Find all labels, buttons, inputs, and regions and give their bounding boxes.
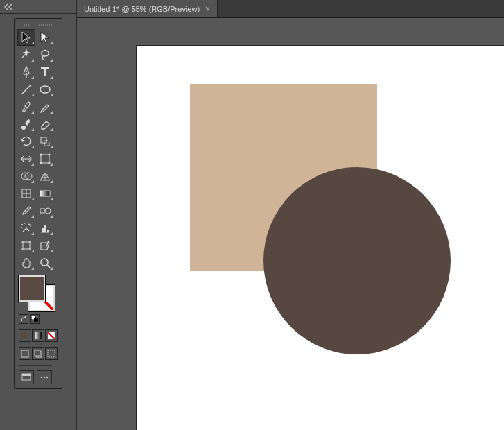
screen-mode-extras xyxy=(19,366,52,384)
svg-rect-3 xyxy=(41,137,46,143)
svg-rect-20 xyxy=(44,225,46,232)
svg-point-33 xyxy=(44,377,45,378)
tools-panel xyxy=(0,14,76,395)
svg-point-8 xyxy=(40,162,42,164)
fill-swatch[interactable] xyxy=(19,275,45,302)
svg-point-0 xyxy=(26,71,27,72)
svg-point-17 xyxy=(24,223,25,224)
color-mode-gradient[interactable] xyxy=(32,329,44,342)
draw-inside[interactable] xyxy=(45,347,58,360)
document-tab[interactable]: Untitled-1* @ 55% (RGB/Preview) × xyxy=(77,0,218,17)
artboard[interactable] xyxy=(137,46,504,430)
svg-rect-22 xyxy=(23,242,30,249)
screen-mode-row xyxy=(19,347,58,360)
draw-behind[interactable] xyxy=(32,347,44,360)
artboard-tool[interactable] xyxy=(17,237,35,254)
blob-brush-tool[interactable] xyxy=(17,116,35,132)
pen-tool[interactable] xyxy=(17,64,35,80)
svg-rect-5 xyxy=(41,155,49,163)
width-tool[interactable] xyxy=(17,150,35,167)
column-graph-tool[interactable] xyxy=(36,220,54,237)
panel-collapse-bar[interactable] xyxy=(0,0,76,14)
svg-point-34 xyxy=(46,377,48,378)
free-transform-tool[interactable] xyxy=(36,150,54,167)
svg-point-18 xyxy=(21,227,22,228)
color-mode-row xyxy=(19,329,58,342)
document-tab-bar: Untitled-1* @ 55% (RGB/Preview) × xyxy=(77,0,504,18)
rotate-tool[interactable] xyxy=(17,133,35,150)
blend-tool[interactable] xyxy=(36,203,54,219)
svg-point-6 xyxy=(40,154,42,156)
svg-rect-21 xyxy=(47,230,49,232)
gradient-tool[interactable] xyxy=(36,185,54,202)
lasso-tool[interactable] xyxy=(36,46,54,63)
svg-rect-28 xyxy=(35,350,40,356)
brown-circle-shape[interactable] xyxy=(263,167,451,354)
svg-point-1 xyxy=(40,86,50,93)
tools-grip[interactable] xyxy=(17,22,59,27)
color-mode-none[interactable] xyxy=(45,329,58,342)
ellipse-tool[interactable] xyxy=(36,81,54,98)
svg-rect-13 xyxy=(40,191,50,196)
svg-point-7 xyxy=(49,154,51,156)
swap-fill-stroke[interactable] xyxy=(19,314,28,324)
edit-toolbar-button[interactable] xyxy=(37,370,52,384)
svg-rect-19 xyxy=(42,228,44,232)
eraser-tool[interactable] xyxy=(36,116,54,132)
eyedropper-tool[interactable] xyxy=(17,203,35,219)
collapse-icon xyxy=(4,3,14,10)
pencil-tool[interactable] xyxy=(36,98,54,115)
magic-wand-tool[interactable] xyxy=(17,46,35,63)
line-segment-tool[interactable] xyxy=(17,81,35,98)
document-tab-label: Untitled-1* @ 55% (RGB/Preview) xyxy=(84,5,200,13)
selection-tool[interactable] xyxy=(17,29,35,46)
svg-rect-26 xyxy=(21,350,28,357)
close-icon[interactable]: × xyxy=(205,4,210,14)
svg-rect-14 xyxy=(40,209,44,213)
zoom-tool[interactable] xyxy=(36,255,54,271)
svg-point-16 xyxy=(21,224,23,225)
svg-rect-29 xyxy=(48,350,55,357)
paintbrush-tool[interactable] xyxy=(17,98,35,115)
symbol-sprayer-tool[interactable] xyxy=(17,220,35,237)
color-block xyxy=(17,275,59,384)
slice-tool[interactable] xyxy=(36,237,54,254)
default-fill-stroke[interactable] xyxy=(30,314,40,324)
svg-point-15 xyxy=(45,208,51,214)
mesh-tool[interactable] xyxy=(17,185,35,202)
draw-normal[interactable] xyxy=(19,347,31,360)
svg-point-23 xyxy=(41,259,48,266)
canvas-area[interactable] xyxy=(77,18,504,430)
svg-rect-31 xyxy=(22,374,31,376)
main-area: Untitled-1* @ 55% (RGB/Preview) × xyxy=(77,0,504,430)
type-tool[interactable] xyxy=(36,64,54,80)
svg-point-2 xyxy=(21,126,26,130)
shape-builder-tool[interactable] xyxy=(17,168,35,184)
color-mode-solid[interactable] xyxy=(19,329,31,342)
svg-point-32 xyxy=(41,377,42,378)
perspective-grid-tool[interactable] xyxy=(36,168,54,184)
direct-selection-tool[interactable] xyxy=(36,29,54,46)
left-panel xyxy=(0,0,77,430)
screen-mode-button[interactable] xyxy=(19,370,34,384)
svg-rect-25 xyxy=(34,318,38,322)
scale-tool[interactable] xyxy=(36,133,54,150)
hand-tool[interactable] xyxy=(17,255,35,271)
